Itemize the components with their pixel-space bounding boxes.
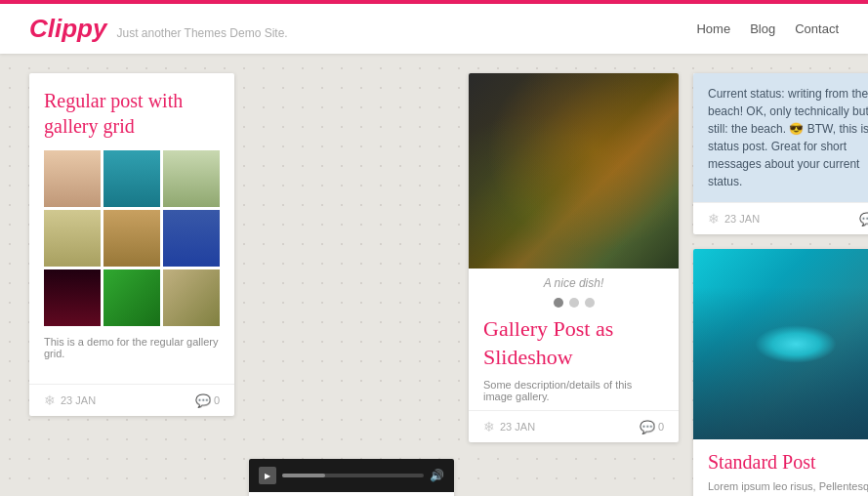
status-text: Current status: writing from the beach! … — [708, 85, 868, 190]
gallery-date: ❄ 23 JAN — [44, 393, 96, 408]
slideshow-comment-count: 0 — [658, 421, 664, 433]
gallery-cell-7[interactable] — [44, 269, 101, 326]
nav-blog[interactable]: Blog — [750, 21, 775, 36]
snowflake-icon-2: ❄ — [483, 419, 495, 434]
slideshow-date: ❄ 23 JAN — [483, 419, 535, 434]
slideshow-image[interactable] — [469, 73, 679, 269]
nav-contact[interactable]: Contact — [795, 21, 839, 36]
gallery-cell-8[interactable] — [103, 269, 160, 326]
status-footer: ❄ 23 JAN 💬 0 — [693, 202, 868, 234]
gallery-caption: This is a demo for the regular gallery g… — [44, 336, 220, 359]
header-left: Clippy Just another Themes Demo Site. — [29, 14, 288, 44]
status-date: ❄ 23 JAN — [708, 211, 760, 227]
slideshow-dots — [469, 294, 679, 315]
gallery-comments: 💬 0 — [195, 393, 220, 408]
header: Clippy Just another Themes Demo Site. Ho… — [0, 4, 868, 54]
slideshow-footer: ❄ 23 JAN 💬 0 — [469, 410, 679, 442]
gallery-cell-5[interactable] — [103, 210, 160, 267]
status-body: Current status: writing from the beach! … — [693, 73, 868, 202]
dot-3[interactable] — [585, 298, 595, 308]
progress-fill — [282, 474, 325, 477]
standard-post-desc: Lorem ipsum leo risus, Pellentesque orna… — [693, 480, 868, 496]
snowflake-icon: ❄ — [44, 393, 56, 408]
spacer — [249, 73, 454, 454]
slideshow-title: Gallery Post as Slideshow — [469, 315, 679, 379]
card-status: Current status: writing from the beach! … — [693, 73, 868, 234]
gallery-comment-count: 0 — [214, 394, 220, 406]
gallery-grid — [44, 150, 220, 326]
gallery-cell-2[interactable] — [103, 150, 160, 207]
gallery-cell-4[interactable] — [44, 210, 101, 267]
status-comments: 💬 0 — [859, 212, 868, 227]
slideshow-date-text: 23 JAN — [500, 421, 535, 433]
comment-bubble-icon-2: 💬 — [640, 420, 655, 434]
status-date-text: 23 JAN — [724, 213, 760, 225]
comment-bubble-icon: 💬 — [195, 393, 211, 408]
gallery-date-text: 23 JAN — [61, 394, 96, 406]
card-standard-post: Standard Post Lorem ipsum leo risus, Pel… — [693, 249, 868, 496]
slideshow-comments: 💬 0 — [640, 420, 664, 434]
video-player: ▶ 🔊 — [249, 459, 454, 492]
content-area: Regular post with gallery grid This is a… — [0, 54, 868, 496]
gallery-cell-6[interactable] — [163, 210, 220, 267]
standard-post-image[interactable] — [693, 249, 868, 439]
dot-1[interactable] — [554, 298, 563, 308]
card-gallery-body: Regular post with gallery grid This is a… — [29, 73, 234, 384]
gallery-cell-1[interactable] — [44, 150, 101, 207]
right-column: Current status: writing from the beach! … — [693, 73, 868, 496]
gallery-cell-3[interactable] — [163, 150, 220, 207]
site-title: Clippy — [29, 14, 106, 44]
dot-2[interactable] — [569, 298, 579, 308]
card-gallery-grid: Regular post with gallery grid This is a… — [29, 73, 234, 416]
play-button[interactable]: ▶ — [259, 467, 276, 484]
standard-post-title: Standard Post — [693, 439, 868, 480]
progress-bar[interactable] — [282, 474, 424, 477]
main-nav: Home Blog Contact — [696, 21, 839, 36]
slideshow-description: Some description/details of this image g… — [469, 379, 679, 410]
left-column: ▶ 🔊 Mike Davis Freddie... — [249, 73, 454, 496]
gallery-cell-9 — [163, 269, 220, 326]
gallery-title: Regular post with gallery grid — [44, 88, 220, 139]
snowflake-icon-3: ❄ — [708, 211, 720, 227]
card-slideshow: A nice dish! Gallery Post as Slideshow S… — [469, 73, 679, 442]
comment-bubble-icon-3: 💬 — [859, 212, 868, 227]
gallery-card-footer: ❄ 23 JAN 💬 0 — [29, 384, 234, 416]
card-video-body: Mike Davis Freddie... — [249, 492, 454, 496]
site-tagline: Just another Themes Demo Site. — [116, 26, 287, 40]
nav-home[interactable]: Home — [696, 21, 730, 36]
slideshow-caption: A nice dish! — [469, 269, 679, 294]
card-video: ▶ 🔊 Mike Davis Freddie... — [249, 459, 454, 496]
volume-icon[interactable]: 🔊 — [430, 469, 444, 483]
